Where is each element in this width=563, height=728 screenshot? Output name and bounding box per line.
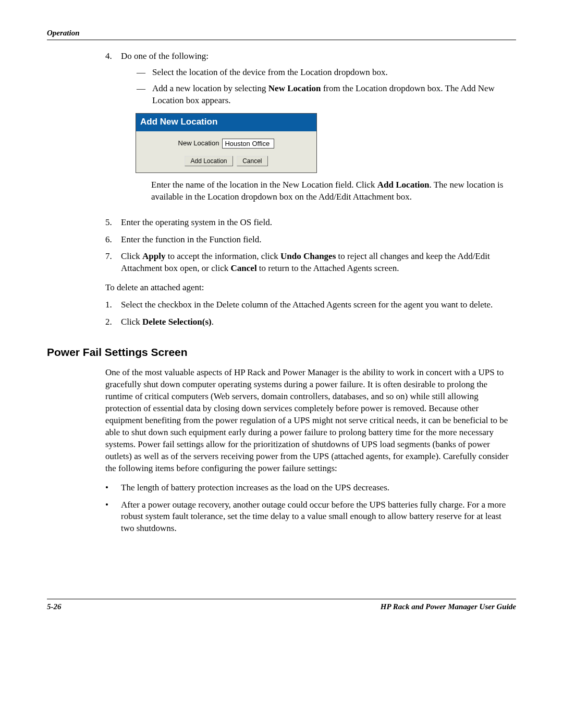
step-4-text: Do one of the following:: [121, 51, 209, 61]
bullet-2: • After a power outage recovery, another…: [105, 499, 516, 535]
power-fail-paragraph: One of the most valuable aspects of HP R…: [105, 367, 516, 474]
step-7-num: 7.: [105, 251, 121, 275]
delete-step-2-bold: Delete Selection(s): [142, 317, 212, 327]
delete-step-2-num: 2.: [105, 316, 121, 328]
dash-icon: —: [137, 67, 152, 79]
step-5-text: Enter the operating system in the OS fie…: [121, 217, 516, 229]
bottom-rule: [47, 599, 516, 599]
step-4-sub-1: — Select the location of the device from…: [137, 67, 516, 79]
dialog-title: Add New Location: [136, 114, 316, 131]
step-4-sub-1-text: Select the location of the device from t…: [152, 67, 516, 79]
step-7-post: to return to the Attached Agents screen.: [257, 263, 399, 273]
delete-step-1-num: 1.: [105, 299, 121, 311]
bullet-1: • The length of battery protection incre…: [105, 482, 516, 494]
delete-step-2-pre: Click: [121, 317, 142, 327]
step-7: 7. Click Apply to accept the information…: [105, 251, 516, 275]
after-dialog-bold: Add Location: [377, 180, 430, 190]
step-5-num: 5.: [105, 217, 121, 229]
power-fail-heading: Power Fail Settings Screen: [47, 346, 516, 359]
bullet-1-text: The length of battery protection increas…: [121, 482, 516, 494]
after-dialog-pre: Enter the name of the location in the Ne…: [151, 180, 377, 190]
cancel-button[interactable]: Cancel: [237, 156, 267, 166]
delete-intro: To delete an attached agent:: [105, 282, 516, 294]
step-7-pre: Click: [121, 251, 142, 261]
header-section: Operation: [47, 29, 516, 38]
bullet-icon: •: [105, 482, 121, 494]
step-7-b3: Cancel: [231, 263, 257, 273]
step-4-sub-2: — Add a new location by selecting New Lo…: [137, 83, 516, 107]
add-new-location-dialog: Add New Location New Location Add Locati…: [136, 113, 317, 173]
delete-step-2: 2. Click Delete Selection(s).: [105, 316, 516, 328]
step-7-b1: Apply: [142, 251, 165, 261]
step-4: 4. Do one of the following: — Select the…: [105, 51, 516, 212]
step-7-mid1: to accept the information, click: [166, 251, 280, 261]
guide-title: HP Rack and Power Manager User Guide: [381, 602, 516, 611]
delete-step-1: 1. Select the checkbox in the Delete col…: [105, 299, 516, 311]
new-location-label: New Location: [178, 139, 219, 148]
delete-step-1-text: Select the checkbox in the Delete column…: [121, 299, 516, 311]
bullet-2-text: After a power outage recovery, another o…: [121, 499, 516, 535]
step-4-num: 4.: [105, 51, 121, 212]
step-7-b2: Undo Changes: [280, 251, 336, 261]
page-number: 5-26: [47, 602, 62, 611]
step-6-text: Enter the function in the Function field…: [121, 234, 516, 246]
step-4-sub-2-bold: New Location: [268, 83, 321, 93]
delete-step-2-post: .: [212, 317, 214, 327]
top-rule: [47, 40, 516, 40]
new-location-input[interactable]: [222, 139, 274, 149]
step-6: 6. Enter the function in the Function fi…: [105, 234, 516, 246]
step-4-sub-2-pre: Add a new location by selecting: [152, 83, 268, 93]
bullet-icon: •: [105, 499, 121, 535]
step-6-num: 6.: [105, 234, 121, 246]
dash-icon: —: [137, 83, 152, 107]
add-location-button[interactable]: Add Location: [185, 156, 232, 166]
step-5: 5. Enter the operating system in the OS …: [105, 217, 516, 229]
